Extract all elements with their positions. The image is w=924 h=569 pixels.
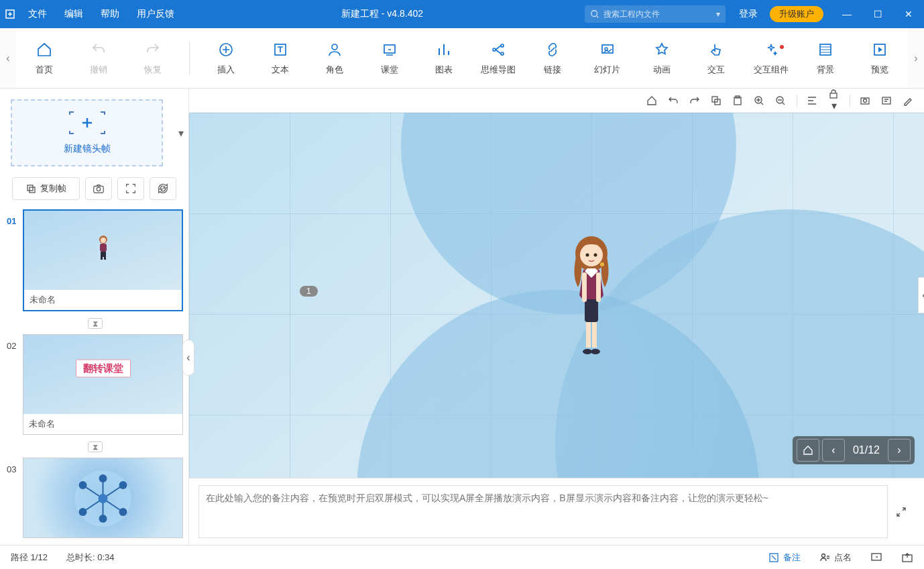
paste-icon[interactable] — [732, 95, 744, 106]
status-export-button[interactable] — [901, 552, 913, 564]
fullscreen-button[interactable] — [117, 177, 144, 200]
status-rollcall-button[interactable]: 点名 — [819, 552, 852, 564]
window-controls: ― ☐ ✕ — [831, 0, 924, 28]
toolbar-separator — [189, 42, 190, 75]
frame-item-1[interactable]: 01 未命名 — [7, 209, 183, 311]
frame-caption: 未命名 — [23, 414, 182, 434]
menu-file[interactable]: 文件 — [23, 8, 52, 20]
minimize-button[interactable]: ― — [831, 0, 862, 28]
menu-edit[interactable]: 编辑 — [59, 8, 89, 20]
frame-item-3[interactable]: 03 — [7, 458, 183, 538]
notes-expand-button[interactable] — [888, 485, 915, 538]
tool-classroom[interactable]: 课堂 — [364, 41, 414, 76]
nav-prev-button[interactable]: ‹ — [822, 439, 845, 462]
hourglass-icon: ⧗ — [88, 318, 103, 329]
home-icon — [36, 41, 53, 58]
tool-role[interactable]: 角色 — [310, 41, 360, 76]
svg-point-18 — [101, 238, 106, 243]
tool-interact[interactable]: 交互 — [691, 41, 742, 76]
undo-icon — [90, 41, 107, 58]
svg-point-46 — [586, 254, 589, 257]
zoom-out-icon[interactable] — [775, 95, 787, 106]
canvas-home-icon[interactable] — [646, 95, 658, 106]
svg-rect-49 — [582, 272, 587, 302]
copy-frame-button[interactable]: 复制帧 — [12, 177, 80, 200]
toolbar-scroll-left[interactable]: ‹ — [0, 28, 16, 88]
screen-icon — [870, 552, 882, 564]
svg-rect-52 — [592, 322, 597, 348]
slide-icon — [599, 41, 616, 58]
tool-home[interactable]: 首页 — [19, 41, 69, 76]
frame-thumbnail: 翻转课堂 — [23, 335, 182, 414]
note-icon — [768, 552, 779, 563]
tool-chart[interactable]: 图表 — [418, 41, 469, 76]
copy-icon[interactable] — [711, 95, 723, 106]
status-remark-button[interactable]: 备注 — [768, 552, 801, 564]
menu-help[interactable]: 帮助 — [95, 8, 125, 20]
svg-rect-20 — [101, 252, 106, 257]
nav-home-button[interactable] — [797, 439, 819, 462]
upgrade-button[interactable]: 升级账户 — [770, 6, 823, 22]
svg-point-54 — [591, 349, 600, 354]
frame-list: 01 未命名 ⧗ 02 翻转课堂 未命名 — [0, 207, 188, 545]
frame-item-2[interactable]: 02 翻转课堂 未命名 — [7, 334, 183, 435]
title-right: 登录 升级账户 — [739, 6, 823, 22]
layers-icon[interactable] — [881, 95, 893, 106]
new-frame-button[interactable]: 新建镜头帧 — [11, 99, 163, 166]
nav-next-button[interactable]: › — [888, 439, 911, 462]
tool-slide[interactable]: 幻灯片 — [582, 41, 632, 76]
tool-mindmap[interactable]: 思维导图 — [473, 41, 523, 76]
tool-interact-widget[interactable]: 交互组件 — [746, 41, 796, 76]
loop-button[interactable] — [150, 177, 176, 200]
svg-rect-5 — [384, 45, 395, 53]
character-element[interactable] — [565, 234, 618, 361]
frame-marker-badge[interactable]: 1 — [300, 286, 318, 297]
tool-link[interactable]: 链接 — [528, 41, 578, 76]
frame-timer[interactable]: ⧗ — [7, 315, 183, 334]
collapse-right-panel[interactable]: ‹ — [918, 277, 924, 313]
notes-textarea[interactable] — [198, 485, 888, 538]
redo-icon — [144, 41, 162, 58]
text-icon — [272, 41, 289, 58]
crop-corners-icon — [68, 111, 106, 135]
search-input[interactable]: 搜索工程内文件 ▾ — [585, 5, 726, 23]
frame-title-text: 翻转课堂 — [76, 359, 131, 377]
tool-text[interactable]: 文本 — [255, 41, 305, 76]
rotate-left-icon[interactable] — [668, 95, 680, 106]
camera-button[interactable] — [85, 177, 112, 200]
tool-preview[interactable]: 预览 — [855, 41, 905, 76]
tool-undo[interactable]: 撤销 — [73, 41, 123, 76]
canvas-area: ▾ 1 — [189, 89, 924, 545]
collapse-left-panel[interactable]: ‹ — [182, 340, 194, 376]
login-link[interactable]: 登录 — [739, 8, 758, 20]
status-bar: 路径 1/12 总时长: 0:34 备注 点名 — [0, 545, 924, 569]
frame-thumbnail — [23, 458, 182, 537]
menu-feedback[interactable]: 用户反馈 — [131, 8, 180, 20]
stage[interactable]: 1 — [189, 113, 924, 478]
snapshot-icon[interactable] — [860, 95, 872, 106]
title-bar: 文件 编辑 帮助 用户反馈 新建工程 - v4.8.402 搜索工程内文件 ▾ … — [0, 0, 924, 28]
svg-point-47 — [594, 254, 597, 257]
tool-insert[interactable]: 插入 — [200, 41, 251, 76]
rotate-right-icon[interactable] — [689, 95, 701, 106]
close-button[interactable]: ✕ — [893, 0, 924, 28]
edit-icon[interactable] — [903, 95, 915, 106]
new-frame-dropdown[interactable]: ▾ — [174, 89, 188, 177]
status-path: 路径 1/12 — [11, 552, 48, 564]
toolbar-scroll-right[interactable]: › — [908, 28, 924, 88]
frame-timer[interactable]: ⧗ — [7, 439, 183, 458]
loop-icon — [157, 183, 169, 195]
tool-background[interactable]: 背景 — [800, 41, 850, 76]
maximize-button[interactable]: ☐ — [862, 0, 893, 28]
status-presentation-button[interactable] — [870, 552, 882, 564]
svg-point-55 — [600, 262, 604, 266]
tool-animation[interactable]: 动画 — [636, 41, 687, 76]
zoom-in-icon[interactable] — [754, 95, 766, 106]
lock-icon[interactable]: ▾ — [828, 89, 840, 112]
svg-point-57 — [822, 554, 825, 557]
svg-point-7 — [501, 44, 504, 47]
chevron-down-icon[interactable]: ▾ — [716, 9, 720, 19]
align-icon[interactable] — [807, 95, 819, 106]
classroom-icon — [381, 41, 398, 58]
tool-redo[interactable]: 恢复 — [128, 41, 178, 76]
